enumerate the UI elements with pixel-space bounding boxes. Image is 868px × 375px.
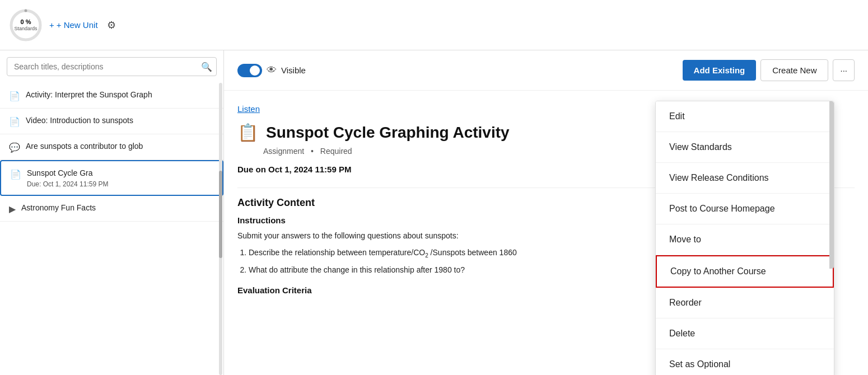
document-icon: 📄 bbox=[9, 116, 20, 127]
activity-icon: 📋 bbox=[237, 123, 258, 142]
search-input[interactable] bbox=[7, 57, 217, 76]
activity-title: Sunspot Cycle Graphing Activity bbox=[266, 124, 510, 142]
dropdown-scrollbar bbox=[829, 101, 834, 269]
eye-icon: 👁 bbox=[267, 64, 277, 76]
sidebar-items: 📄 Activity: Interpret the Sunspot Graph … bbox=[0, 83, 223, 222]
standards-label: Standards bbox=[14, 26, 37, 32]
dropdown-item-edit[interactable]: Edit bbox=[656, 101, 834, 132]
dropdown-item-view-release-conditions[interactable]: View Release Conditions bbox=[656, 163, 834, 194]
header-buttons: Add Existing Create New ··· bbox=[683, 59, 855, 81]
visible-toggle[interactable] bbox=[237, 64, 262, 77]
toggle-slider bbox=[237, 64, 262, 77]
sidebar-item-due: Due: Oct 1, 2024 11:59 PM bbox=[27, 180, 108, 188]
required-label: Required bbox=[320, 147, 352, 156]
main-layout: 🔍 📄 Activity: Interpret the Sunspot Grap… bbox=[0, 50, 868, 375]
content-header: 👁 Visible Add Existing Create New ··· bbox=[224, 50, 868, 91]
sidebar-item-discussion[interactable]: 💬 Are sunspots a contributor to glob bbox=[0, 134, 223, 160]
sidebar-item-video[interactable]: 📄 Video: Introduction to sunspots bbox=[0, 109, 223, 134]
sidebar-item-title: Activity: Interpret the Sunspot Graph bbox=[26, 90, 152, 101]
sidebar-item-astronomy[interactable]: ▶ Astronomy Fun Facts bbox=[0, 196, 223, 222]
sidebar-scroll-container: 📄 Activity: Interpret the Sunspot Graph … bbox=[0, 83, 223, 375]
more-options-button[interactable]: ··· bbox=[833, 59, 855, 81]
dropdown-item-delete[interactable]: Delete bbox=[656, 318, 834, 349]
dropdown-item-reorder[interactable]: Reorder bbox=[656, 288, 834, 318]
sidebar-item-title: Are sunspots a contributor to glob bbox=[26, 141, 143, 152]
content-area: 👁 Visible Add Existing Create New ··· Li… bbox=[224, 50, 868, 375]
visible-label: Visible bbox=[281, 65, 306, 75]
create-new-button[interactable]: Create New bbox=[760, 59, 828, 81]
gear-button[interactable]: ⚙ bbox=[107, 19, 116, 31]
new-unit-button[interactable]: + + New Unit bbox=[49, 20, 98, 30]
sidebar: 🔍 📄 Activity: Interpret the Sunspot Grap… bbox=[0, 50, 224, 375]
dropdown-item-move-to[interactable]: Move to bbox=[656, 224, 834, 255]
dropdown-item-view-standards[interactable]: View Standards bbox=[656, 132, 834, 163]
sidebar-item-title: Sunspot Cycle Gra bbox=[27, 168, 108, 179]
search-button[interactable]: 🔍 bbox=[201, 62, 212, 72]
sidebar-item-sunspot-cycle[interactable]: 📄 Sunspot Cycle Gra Due: Oct 1, 2024 11:… bbox=[0, 160, 223, 196]
search-icon: 🔍 bbox=[201, 62, 212, 72]
top-bar: 0 % Standards + + New Unit ⚙ bbox=[0, 0, 868, 50]
standards-circle: 0 % Standards bbox=[9, 8, 43, 42]
dropdown-item-post-homepage[interactable]: Post to Course Homepage bbox=[656, 194, 834, 224]
search-box: 🔍 bbox=[7, 57, 217, 76]
app-container: 0 % Standards + + New Unit ⚙ 🔍 bbox=[0, 0, 868, 375]
video-icon: ▶ bbox=[9, 204, 16, 214]
dropdown-item-set-optional[interactable]: Set as Optional bbox=[656, 349, 834, 375]
discussion-icon: 💬 bbox=[9, 142, 20, 153]
standards-pct: 0 % bbox=[14, 18, 37, 26]
plus-icon: + bbox=[49, 20, 54, 30]
sidebar-scrollbar-thumb bbox=[219, 171, 222, 259]
toggle-area: 👁 Visible bbox=[237, 64, 306, 77]
gear-icon: ⚙ bbox=[107, 20, 116, 31]
sidebar-item-interpret[interactable]: 📄 Activity: Interpret the Sunspot Graph bbox=[0, 83, 223, 109]
meta-dot: • bbox=[311, 147, 314, 156]
sidebar-scrollbar-track bbox=[219, 83, 222, 375]
dropdown-item-copy-course[interactable]: Copy to Another Course bbox=[656, 255, 834, 288]
listen-link[interactable]: Listen bbox=[237, 104, 260, 114]
dropdown-menu: Edit View Standards View Release Conditi… bbox=[655, 101, 834, 375]
document-icon: 📄 bbox=[9, 91, 20, 101]
new-unit-label: + New Unit bbox=[57, 20, 98, 30]
sidebar-item-title: Video: Introduction to sunspots bbox=[26, 115, 133, 126]
assignment-icon: 📄 bbox=[10, 169, 21, 180]
assignment-label: Assignment bbox=[263, 147, 304, 156]
sidebar-item-title: Astronomy Fun Facts bbox=[21, 203, 96, 214]
add-existing-button[interactable]: Add Existing bbox=[683, 60, 757, 81]
